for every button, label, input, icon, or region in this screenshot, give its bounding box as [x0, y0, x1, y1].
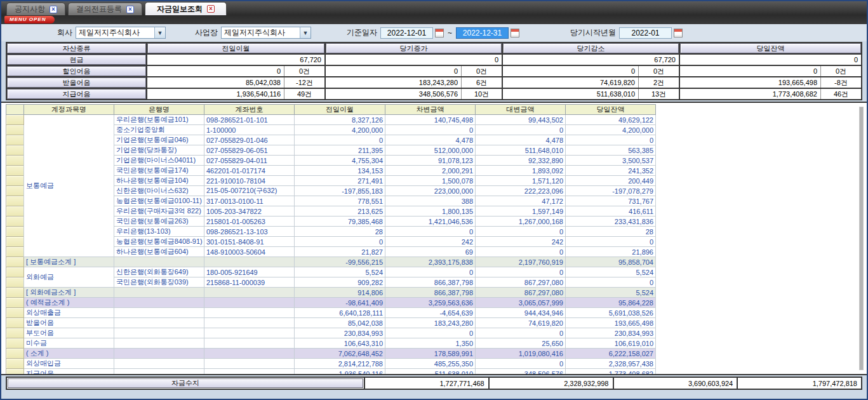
amount-cell[interactable]: 95,864,228 — [566, 298, 656, 308]
amount-cell[interactable]: 178,589,991 — [385, 349, 476, 359]
amount-cell[interactable]: 2,814,212,788 — [295, 359, 385, 369]
amount-cell[interactable]: 0 — [476, 328, 566, 338]
amount-cell[interactable]: 241,352 — [566, 166, 656, 176]
amount-cell[interactable]: 230,834,993 — [566, 328, 656, 338]
bank-name-cell[interactable]: 국민은행(보통예금263) — [114, 217, 204, 227]
date-from-input[interactable]: 2022-12-01 — [380, 27, 433, 39]
amount-cell[interactable]: 3,500,537 — [566, 156, 656, 166]
table-row[interactable]: 미수금106,643,3101,35025,650106,619,010 — [6, 338, 656, 349]
row-indicator[interactable] — [6, 125, 24, 135]
workplace-select[interactable]: 제일저지주식회사 ▼ — [221, 27, 311, 39]
amount-cell[interactable]: 7,062,648,452 — [295, 349, 385, 359]
amount-cell[interactable]: 74,619,820 — [476, 318, 566, 328]
amount-cell[interactable]: 233,431,836 — [566, 217, 656, 227]
calendar-icon[interactable] — [435, 29, 444, 37]
bank-name-cell[interactable]: 기업은행(당좌통장) — [114, 145, 204, 156]
amount-cell[interactable]: 0 — [385, 328, 476, 338]
amount-cell[interactable]: 106,619,010 — [566, 338, 656, 349]
amount-cell[interactable]: 193,665,498 — [566, 318, 656, 328]
amount-cell[interactable]: 512,000,000 — [385, 145, 476, 156]
row-indicator[interactable] — [6, 288, 24, 298]
row-indicator[interactable] — [6, 318, 24, 328]
account-label-cell[interactable]: 외상매입금 — [24, 359, 114, 369]
bank-name-cell[interactable] — [114, 349, 204, 359]
amount-cell[interactable]: 211,395 — [295, 145, 385, 156]
account-number-cell[interactable] — [204, 298, 295, 308]
amount-cell[interactable]: 914,806 — [295, 288, 385, 298]
account-label-cell[interactable]: [ 보통예금소계 ] — [24, 257, 114, 267]
amount-cell[interactable]: 21,827 — [295, 247, 385, 257]
bank-name-cell[interactable]: 농협은행(보통예금8408-91) — [114, 237, 204, 247]
amount-cell[interactable]: 92,332,890 — [476, 156, 566, 166]
amount-cell[interactable]: 0 — [385, 227, 476, 237]
amount-cell[interactable]: 5,524 — [295, 267, 385, 277]
amount-cell[interactable]: 511,638,010 — [385, 369, 476, 376]
amount-cell[interactable]: 0 — [476, 267, 566, 277]
amount-cell[interactable]: 563,385 — [566, 145, 656, 156]
row-indicator[interactable] — [6, 328, 24, 338]
amount-cell[interactable]: 69 — [385, 247, 476, 257]
amount-cell[interactable]: 99,443,502 — [476, 115, 566, 125]
table-row[interactable]: ( 소계 )7,062,648,452178,589,9911,019,080,… — [6, 349, 656, 359]
row-indicator[interactable] — [6, 257, 24, 267]
amount-cell[interactable]: 21,896 — [566, 247, 656, 257]
amount-cell[interactable]: 1,773,408,682 — [566, 369, 656, 376]
amount-cell[interactable]: 731,767 — [566, 196, 656, 206]
row-indicator[interactable] — [6, 206, 24, 217]
amount-cell[interactable]: 8,327,126 — [295, 115, 385, 125]
row-indicator[interactable] — [6, 359, 24, 369]
account-number-cell[interactable]: 148-910003-50604 — [204, 247, 295, 257]
bank-name-cell[interactable] — [114, 308, 204, 318]
account-number-cell[interactable]: 027-055829-01-046 — [204, 135, 295, 145]
table-row[interactable]: [ 외화예금소계 ]914,806866,387,798867,297,0805… — [6, 288, 656, 298]
bank-name-cell[interactable]: 우리은행(구매자금3억 822) — [114, 206, 204, 217]
company-select[interactable]: 제일저지주식회사 ▼ — [76, 27, 166, 39]
amount-cell[interactable]: -197,078,279 — [566, 186, 656, 196]
amount-cell[interactable]: 348,506,576 — [476, 369, 566, 376]
tab-3[interactable]: 자금일보조회× — [145, 2, 227, 15]
tab-close-icon[interactable]: × — [207, 5, 215, 13]
amount-cell[interactable]: 2,393,175,838 — [385, 257, 476, 267]
account-number-cell[interactable]: 098-286521-13-103 — [204, 227, 295, 237]
tab-1[interactable]: 공지사항× — [6, 3, 65, 15]
account-group-cell[interactable]: 외화예금 — [24, 267, 114, 288]
bank-name-cell[interactable]: 우리은행(보통예금101) — [114, 115, 204, 125]
account-number-cell[interactable]: 027-055829-04-011 — [204, 156, 295, 166]
amount-cell[interactable]: 1,893,092 — [476, 166, 566, 176]
account-label-cell[interactable]: 외상매출금 — [24, 308, 114, 318]
amount-cell[interactable]: 1,500,078 — [385, 176, 476, 186]
account-number-cell[interactable]: 1-100000 — [204, 125, 295, 135]
table-row[interactable]: 외상매출금6,640,128,111-4,654,639944,434,9465… — [6, 308, 656, 318]
account-number-cell[interactable]: 027-055829-06-051 — [204, 145, 295, 156]
amount-cell[interactable]: 485,255,350 — [385, 359, 476, 369]
amount-cell[interactable]: 134,153 — [295, 166, 385, 176]
amount-cell[interactable]: 0 — [385, 267, 476, 277]
table-row[interactable]: 외상매입금2,814,212,788485,255,35002,328,957,… — [6, 359, 656, 369]
menu-open-button[interactable]: MENU OPEN — [4, 16, 55, 23]
amount-cell[interactable]: 388 — [385, 196, 476, 206]
amount-cell[interactable]: 1,597,149 — [476, 206, 566, 217]
amount-cell[interactable]: 49,629,122 — [566, 115, 656, 125]
amount-cell[interactable]: -4,654,639 — [385, 308, 476, 318]
row-indicator[interactable] — [6, 196, 24, 206]
account-number-cell[interactable] — [204, 349, 295, 359]
table-row[interactable]: 외화예금신한은행(외화통장649)180-005-9216495,524005,… — [6, 267, 656, 277]
amount-cell[interactable]: 0 — [476, 125, 566, 135]
amount-cell[interactable]: 1,019,080,416 — [476, 349, 566, 359]
amount-cell[interactable]: 230,834,993 — [295, 328, 385, 338]
bank-name-cell[interactable] — [114, 369, 204, 376]
row-indicator[interactable] — [6, 156, 24, 166]
account-label-cell[interactable]: 받을어음 — [24, 318, 114, 328]
account-group-cell[interactable]: 보통예금 — [24, 115, 114, 257]
calendar-icon[interactable] — [674, 29, 683, 37]
row-indicator[interactable] — [6, 217, 24, 227]
row-indicator[interactable] — [6, 227, 24, 237]
chevron-down-icon[interactable]: ▼ — [300, 27, 310, 38]
amount-cell[interactable]: -197,855,183 — [295, 186, 385, 196]
bank-name-cell[interactable] — [114, 318, 204, 328]
table-row[interactable]: 보통예금우리은행(보통예금101)098-286521-01-1018,327,… — [6, 115, 656, 125]
bank-name-cell[interactable]: 우리은행(13-103) — [114, 227, 204, 237]
amount-cell[interactable]: 223,000,000 — [385, 186, 476, 196]
amount-cell[interactable]: 0 — [476, 247, 566, 257]
account-label-cell[interactable]: [ 외화예금소계 ] — [24, 288, 114, 298]
